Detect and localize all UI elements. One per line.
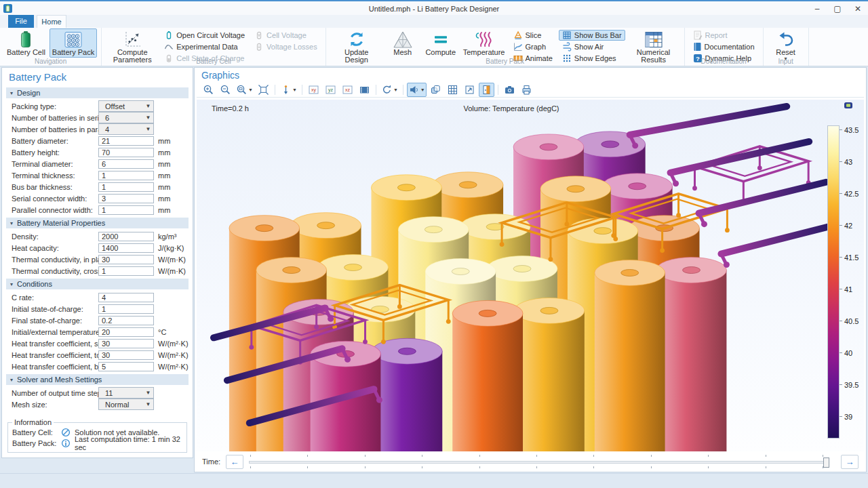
battery-pack-3d-view[interactable]	[197, 100, 864, 451]
unit-label: W/(m·K)	[158, 267, 186, 275]
snapshot-icon[interactable]	[502, 83, 517, 97]
mesh-icon	[387, 30, 418, 49]
battery-cell-button[interactable]: Battery Cell	[4, 28, 48, 58]
battery-pack-button[interactable]: Battery Pack	[50, 28, 97, 58]
scene-light-icon[interactable]: ▼	[407, 83, 427, 97]
open-circuit-voltage-button[interactable]: Open Circuit Voltage	[161, 30, 248, 41]
settings-panel-title: Battery Pack	[2, 68, 193, 85]
packing-type-select[interactable]: Offset▼	[98, 100, 154, 112]
view-yz-icon[interactable]: yz	[323, 83, 338, 97]
section-header-solver-and-mesh-settings[interactable]: ▾Solver and Mesh Settings	[6, 374, 189, 385]
section-header-design[interactable]: ▾Design	[6, 87, 189, 98]
form-row: Battery diameter:mm	[2, 135, 193, 146]
temperature-icon	[463, 30, 505, 49]
form-row: Serial connector width:mm	[2, 192, 193, 204]
collapse-triangle-icon: ▾	[10, 220, 13, 226]
not-available-icon	[61, 428, 71, 437]
slice-button[interactable]: Slice	[510, 30, 556, 41]
form-row: Final state-of-charge:	[2, 314, 193, 326]
movie-icon[interactable]	[357, 83, 372, 97]
svg-text:yz: yz	[328, 87, 334, 93]
experimental-data-icon	[164, 42, 174, 52]
toolbar-separator	[302, 85, 302, 95]
form-row: Number of output time steps:11▼	[2, 387, 193, 399]
view-xz-icon[interactable]: xz	[340, 83, 355, 97]
initial-state-of-charge-input[interactable]	[98, 304, 154, 314]
mesh-button[interactable]: Mesh	[384, 28, 421, 58]
view-xy-icon[interactable]: xy	[306, 83, 321, 97]
zoom-box-icon[interactable]: ▼	[235, 83, 254, 97]
form-row: Heat transfer coefficient, sides:W/(m²·K…	[2, 338, 193, 349]
documentation-button[interactable]: Documentation	[690, 41, 758, 52]
heat-transfer-coefficient-sides-input[interactable]	[98, 339, 154, 348]
orientation-icon[interactable]: ▼	[279, 83, 298, 97]
graphics-canvas[interactable]: Time=0.2 h Volume: Temperature (degC) 43…	[197, 100, 864, 451]
collapse-triangle-icon: ▾	[10, 90, 13, 96]
ribbon-group-input: Reset▾Input	[764, 28, 809, 66]
rotate-icon[interactable]: ▼	[380, 83, 399, 97]
tab-file[interactable]: File	[8, 15, 34, 28]
compute-button[interactable]: Compute	[422, 28, 459, 58]
zoom-extents-icon[interactable]	[256, 83, 271, 97]
default-view-icon[interactable]	[462, 83, 477, 97]
form-row: Mesh size:Normal▼	[2, 399, 193, 410]
number-of-batteries-in-parallel-select[interactable]: 4▼	[98, 123, 154, 135]
unit-label: mm	[158, 183, 170, 191]
legend-icon[interactable]	[844, 102, 853, 110]
environment-icon[interactable]	[479, 83, 494, 97]
number-of-output-time-steps-select[interactable]: 11▼	[98, 387, 154, 399]
heat-transfer-coefficient-bottom-input[interactable]	[98, 362, 154, 371]
documentation-icon	[693, 42, 702, 52]
window-title: Untitled.mph - Li Battery Pack Designer	[0, 1, 868, 16]
battery-height-input[interactable]	[98, 148, 154, 157]
initial-external-temperature-input[interactable]	[98, 327, 154, 337]
section-header-conditions[interactable]: ▾Conditions	[6, 279, 189, 289]
density-input[interactable]	[98, 232, 154, 241]
grid-icon[interactable]	[445, 83, 460, 97]
time-step-forward-button[interactable]: →	[841, 455, 859, 469]
experimental-data-button[interactable]: Experimental Data	[161, 41, 248, 52]
field-label: Thermal conductivity, in plane:	[12, 256, 98, 264]
zoom-out-icon[interactable]	[218, 83, 233, 97]
bus-bar-thickness-input[interactable]	[98, 182, 154, 192]
section-header-battery-material-properties[interactable]: ▾Battery Material Properties	[6, 218, 189, 228]
heat-transfer-coefficient-top-input[interactable]	[98, 350, 154, 360]
thermal-conductivity-cross-plane-input[interactable]	[98, 266, 154, 276]
time-slider-track[interactable]	[249, 461, 825, 464]
battery-diameter-input[interactable]	[98, 136, 154, 146]
thermal-conductivity-in-plane-input[interactable]	[98, 255, 154, 264]
heat-capacity-input[interactable]	[98, 243, 154, 253]
unit-label: W/(m²·K)	[158, 340, 189, 348]
mesh-size-select[interactable]: Normal▼	[98, 399, 154, 410]
graphics-panel-title: Graphics	[195, 68, 866, 82]
zoom-in-icon[interactable]	[201, 83, 216, 97]
graph-button[interactable]: Graph	[510, 41, 556, 52]
report-button: Report	[690, 30, 758, 41]
update-design-icon	[333, 30, 380, 49]
close-button[interactable]: ✕	[848, 1, 868, 16]
transparency-icon[interactable]	[428, 83, 443, 97]
terminal-thickness-input[interactable]	[98, 171, 154, 180]
tab-home[interactable]: Home	[37, 15, 66, 28]
colorbar-tick: 39	[840, 413, 852, 421]
c-rate-input[interactable]	[98, 293, 154, 302]
info-label: Battery Cell:	[12, 428, 57, 436]
show-bus-bar-button[interactable]: Show Bus Bar	[559, 30, 625, 41]
number-of-batteries-in-series-select[interactable]: 6▼	[98, 112, 154, 123]
time-slider-thumb[interactable]	[823, 458, 829, 468]
show-air-button[interactable]: Show Air	[559, 41, 625, 52]
minimize-button[interactable]: –	[807, 1, 827, 16]
final-state-of-charge-input[interactable]	[98, 316, 154, 325]
serial-connector-width-input[interactable]	[98, 194, 154, 203]
print-icon[interactable]	[519, 83, 534, 97]
maximize-button[interactable]: ▢	[827, 1, 848, 16]
time-slider[interactable]	[249, 454, 835, 469]
time-step-back-button[interactable]: ←	[226, 455, 243, 469]
parallel-connector-width-input[interactable]	[98, 205, 154, 215]
plot-volume-label: Volume: Temperature (degC)	[197, 104, 826, 113]
colorbar-tick: 41	[840, 285, 852, 293]
unit-label: mm	[158, 195, 170, 203]
temperature-button[interactable]: Temperature	[460, 28, 508, 58]
information-row: Battery Pack:Last computation time: 1 mi…	[12, 438, 182, 449]
terminal-diameter-input[interactable]	[98, 159, 154, 169]
